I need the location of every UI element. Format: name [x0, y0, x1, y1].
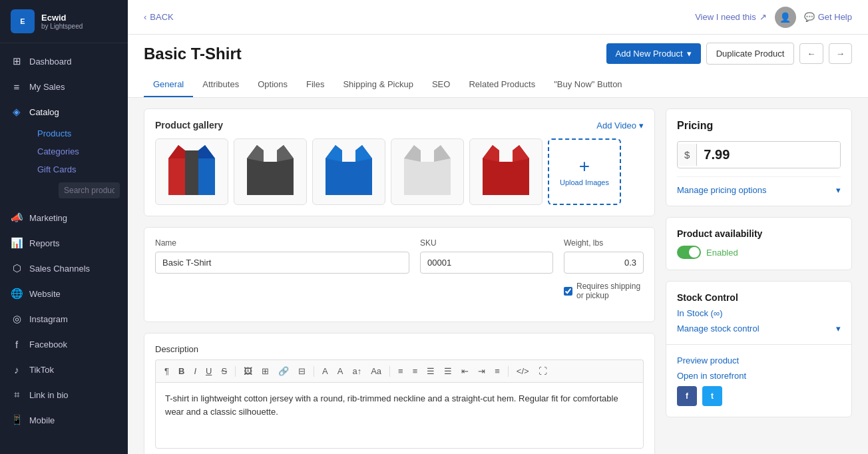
sidebar-item-gift-cards[interactable]: Gift Cards: [29, 160, 128, 178]
requires-shipping-label: Requires shipping or pickup: [576, 282, 644, 300]
toolbar-list-unordered[interactable]: ☰: [423, 364, 438, 378]
user-avatar[interactable]: 👤: [775, 7, 796, 28]
availability-toggle[interactable]: [677, 246, 701, 259]
product-links-section: Preview product Open in storefront f t: [666, 344, 851, 417]
tab-shipping[interactable]: Shipping & Pickup: [333, 73, 423, 97]
search-input[interactable]: [59, 182, 120, 198]
shipping-checkbox-row: Requires shipping or pickup: [564, 282, 644, 300]
stock-title: Stock Control: [677, 292, 841, 303]
toolbar-bold[interactable]: B: [175, 364, 188, 378]
open-in-storefront-link[interactable]: Open in storefront: [677, 371, 841, 381]
toolbar-indent-left[interactable]: ⇤: [458, 364, 472, 378]
gallery-image-2[interactable]: [234, 138, 307, 205]
prev-product-button[interactable]: ←: [799, 43, 823, 64]
pricing-title: Pricing: [677, 120, 841, 132]
tshirt-image-3: [326, 145, 372, 198]
toolbar-bg-color[interactable]: A: [334, 364, 347, 378]
weight-input[interactable]: [564, 252, 644, 274]
sidebar-item-catalog[interactable]: ◈ Catalog: [0, 99, 128, 124]
tshirt-image-2: [247, 145, 294, 198]
tab-attributes[interactable]: Attributes: [193, 73, 248, 97]
add-new-product-button[interactable]: Add New Product ▾: [606, 43, 701, 64]
toolbar-font-color[interactable]: A: [319, 364, 331, 378]
duplicate-product-button[interactable]: Duplicate Product: [706, 43, 795, 65]
gallery-image-1[interactable]: [155, 138, 228, 205]
toolbar-superscript[interactable]: a↑: [349, 364, 365, 378]
tab-related[interactable]: Related Products: [459, 73, 544, 97]
sku-input[interactable]: [420, 252, 553, 274]
sidebar-item-website[interactable]: 🌐 Website: [0, 281, 128, 306]
chevron-down-icon: ▾: [836, 185, 841, 195]
sidebar-navigation: ⊞ Dashboard ≡ My Sales ◈ Catalog Product…: [0, 43, 128, 454]
sidebar-item-tiktok[interactable]: ♪ TikTok: [0, 357, 128, 382]
gallery-image-4[interactable]: [391, 138, 464, 205]
toolbar-link[interactable]: 🔗: [275, 364, 292, 378]
toolbar-fullscreen[interactable]: ⛶: [535, 364, 550, 378]
page-header: Basic T-Shirt Add New Product ▾ Duplicat…: [128, 35, 868, 98]
tshirt-image-5: [483, 145, 529, 198]
toolbar-strikethrough[interactable]: S: [218, 364, 230, 378]
tab-general[interactable]: General: [144, 73, 193, 97]
catalog-sub-nav: Products Categories Gift Cards: [0, 124, 128, 205]
toolbar-grid[interactable]: ⊟: [295, 364, 309, 378]
toolbar-indent-right[interactable]: ⇥: [475, 364, 489, 378]
sidebar-item-link-in-bio[interactable]: ⌗ Link in bio: [0, 382, 128, 407]
toolbar-table[interactable]: ⊞: [258, 364, 272, 378]
gallery-image-5[interactable]: [469, 138, 542, 205]
manage-pricing-link[interactable]: Manage pricing options ▾: [677, 176, 841, 195]
toolbar-underline[interactable]: U: [202, 364, 215, 378]
toolbar-separator-3: [389, 366, 390, 377]
view-i-need-this-link[interactable]: View I need this ↗: [695, 12, 767, 22]
sidebar-item-products[interactable]: Products: [29, 124, 128, 142]
description-editor[interactable]: T-shirt in lightweight cotton jersey wit…: [155, 382, 644, 449]
sidebar-item-dashboard[interactable]: ⊞ Dashboard: [0, 49, 128, 74]
toolbar-code[interactable]: </>: [513, 364, 533, 378]
availability-section: Product availability Enabled: [666, 218, 851, 270]
availability-card: Product availability Enabled: [666, 217, 852, 270]
next-product-button[interactable]: →: [829, 43, 852, 64]
tab-options[interactable]: Options: [248, 73, 297, 97]
add-video-button[interactable]: Add Video ▾: [596, 120, 644, 130]
sidebar-item-marketing[interactable]: 📣 Marketing: [0, 205, 128, 230]
sidebar-item-reports[interactable]: 📊 Reports: [0, 230, 128, 256]
price-input[interactable]: [697, 142, 841, 168]
twitter-share-button[interactable]: t: [702, 386, 722, 406]
chat-icon: 💬: [804, 12, 815, 22]
sidebar-item-instagram[interactable]: ◎ Instagram: [0, 306, 128, 332]
reports-icon: 📊: [11, 237, 23, 249]
editor-toolbar: ¶ B I U S 🖼 ⊞ 🔗 ⊟ A A: [155, 359, 644, 382]
get-help-button[interactable]: 💬 Get Help: [804, 12, 852, 22]
topbar-right: View I need this ↗ 👤 💬 Get Help: [695, 7, 852, 28]
toolbar-align-left[interactable]: ≡: [395, 364, 407, 378]
sidebar-item-categories[interactable]: Categories: [29, 142, 128, 160]
upload-images-button[interactable]: + Upload Images: [548, 138, 621, 205]
sidebar-item-mobile[interactable]: 📱 Mobile: [0, 407, 128, 433]
sidebar-item-facebook[interactable]: f Facebook: [0, 332, 128, 357]
toolbar-italic[interactable]: I: [190, 364, 200, 378]
product-name-input[interactable]: [155, 252, 409, 274]
toolbar-align-center[interactable]: ≡: [409, 364, 421, 378]
content-grid: Product gallery Add Video ▾: [128, 98, 868, 454]
toolbar-case[interactable]: Aa: [367, 364, 385, 378]
tab-files[interactable]: Files: [297, 73, 333, 97]
toolbar-separator-4: [508, 366, 509, 377]
chevron-down-icon: ▾: [639, 120, 644, 130]
requires-shipping-checkbox[interactable]: [564, 287, 572, 296]
sidebar-item-sales-channels[interactable]: ⬡ Sales Channels: [0, 256, 128, 281]
tab-buy-now[interactable]: "Buy Now" Button: [544, 73, 631, 97]
preview-product-link[interactable]: Preview product: [677, 355, 841, 365]
tab-seo[interactable]: SEO: [423, 73, 459, 97]
gallery-image-3[interactable]: [312, 138, 385, 205]
logo-text: Ecwid by Lightspeed: [41, 13, 83, 31]
back-button[interactable]: ‹ BACK: [144, 12, 174, 22]
name-field-group: Name: [155, 238, 409, 300]
sidebar-item-my-sales[interactable]: ≡ My Sales: [0, 74, 128, 99]
facebook-share-button[interactable]: f: [677, 386, 697, 406]
toolbar-image[interactable]: 🖼: [240, 364, 256, 378]
toolbar-paragraph[interactable]: ¶: [161, 364, 172, 378]
manage-stock-link[interactable]: Manage stock control ▾: [677, 324, 841, 334]
availability-title: Product availability: [677, 228, 841, 239]
toolbar-justify[interactable]: ≡: [491, 364, 503, 378]
toolbar-list-ordered[interactable]: ☰: [441, 364, 455, 378]
product-tabs: General Attributes Options Files Shippin…: [144, 73, 852, 97]
